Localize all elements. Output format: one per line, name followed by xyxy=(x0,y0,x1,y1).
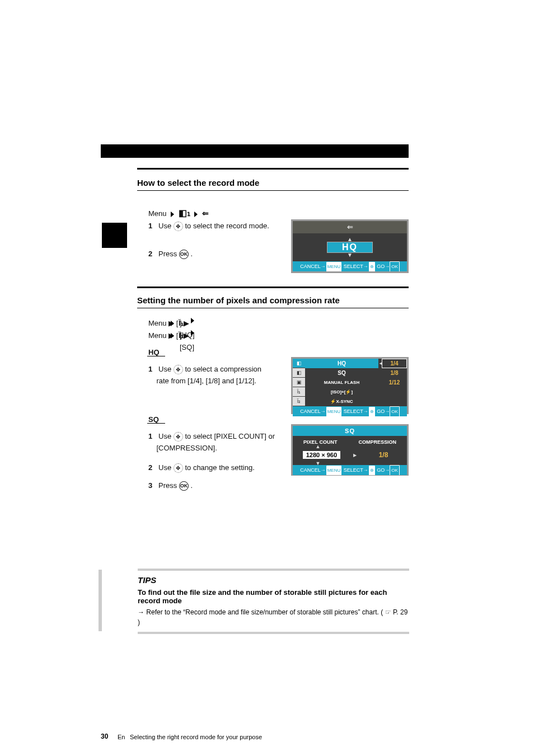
dpad-icon: ✥ xyxy=(174,365,183,374)
rule-thin xyxy=(137,190,409,191)
lcd-screen-hq-menu: ◧HQ◄1/4 ◧SQ1/8 ▣MANUAL FLASH1/12 Ĭ₁[ISO]… xyxy=(291,357,409,414)
hq-step1-c: rate from [1/4], [1/8] and [1/12]. xyxy=(156,377,256,385)
lcd-screen-record-mode: ⇐ ▲ HQ ▼ CANCEL→MENU SELECT→⊕ GO→OK xyxy=(291,219,409,273)
tips-side-marker xyxy=(99,570,102,631)
tips-box: TIPS To find out the file size and the n… xyxy=(138,569,409,634)
sq-step3: 3 Press OK . xyxy=(148,480,193,492)
foot-go: GO xyxy=(377,467,385,473)
menu-sq: SQ xyxy=(305,368,378,378)
section1-title: How to select the record mode xyxy=(137,178,259,187)
section1-menu-path: Menu ◧₁ ⇐ xyxy=(148,206,209,220)
rule-thin xyxy=(137,308,409,308)
step1-text-b: to select the record mode. xyxy=(185,222,269,230)
sq-step2-num: 2 xyxy=(148,463,152,472)
tab-custom2-icon: Ĭ₂ xyxy=(293,397,305,406)
menu-manual-flash: MANUAL FLASH xyxy=(305,378,378,387)
tab-play-icon: ▣ xyxy=(293,378,305,387)
lcd-screen-sq-settings: SQ PIXEL COUNT COMPRESSION ▲ 1280 × 960 … xyxy=(291,424,409,476)
sq-step1-num: 1 xyxy=(148,432,152,440)
hq-step1: 1 Use ✥ to select a compression rate fro… xyxy=(148,364,261,387)
dpad-icon: ⊕ xyxy=(369,407,375,416)
lcd-footer: CANCEL→MENU SELECT→⊕ GO→OK xyxy=(293,465,407,475)
tips-body: → Refer to the “Record mode and file siz… xyxy=(138,607,409,627)
dpad-icon: ⊕ xyxy=(369,262,375,271)
sq-step2: 2 Use ✥ to change the setting. xyxy=(148,462,255,474)
step2-number: 2 xyxy=(148,250,152,258)
chevron-right-icon xyxy=(171,212,174,217)
foot-menu-icon: MENU xyxy=(326,466,342,475)
section2-title: Setting the number of pixels and compres… xyxy=(137,295,340,305)
menu-iso-flash: [ISO]+[⚡] xyxy=(305,387,378,397)
menu-label: Menu xyxy=(148,209,167,218)
lcd1-selected-mode: HQ xyxy=(327,242,373,253)
compression-value: 1/8 xyxy=(370,450,397,459)
foot-go: GO xyxy=(377,264,385,269)
section2-menu-sq: Menu ▶ [ Ĭ₁ ] ▶ [SQ] xyxy=(148,330,178,342)
lcd3-title: SQ xyxy=(293,426,407,436)
camera-icon: ◧₁ xyxy=(179,208,190,218)
rule-thick xyxy=(137,287,409,288)
foot-select: SELECT xyxy=(344,467,363,473)
foot-go: GO xyxy=(377,408,385,414)
step1-text-a: Use xyxy=(158,222,174,230)
ok-button-icon: OK xyxy=(179,481,189,491)
hq-step1-b: to select a compression xyxy=(185,365,261,373)
lcd3-col-compression: COMPRESSION xyxy=(358,439,396,445)
foot-menu-icon: MENU xyxy=(326,262,342,271)
chevron-right-icon: ▶ xyxy=(353,453,357,458)
menu-sq-b: ] ▶ [SQ] xyxy=(180,330,194,354)
page-number: 30 xyxy=(101,732,108,740)
sq-step1-c: [COMPRESSION]. xyxy=(156,444,217,452)
dpad-icon: ✥ xyxy=(174,463,183,473)
hq-step1-a: Use xyxy=(158,365,174,373)
tips-subtitle: To find out the file size and the number… xyxy=(138,588,409,605)
step1: 1 Use ✥ to select the record mode. xyxy=(148,220,269,232)
menu-xsync: ⚡X-SYNC xyxy=(305,397,378,406)
foot-cancel: CANCEL xyxy=(300,467,321,473)
chevron-down-icon: ▼ xyxy=(347,253,353,257)
menu-hq: HQ xyxy=(305,359,378,368)
sq-step1: 1 Use ✥ to select [PIXEL COUNT] or [COMP… xyxy=(148,431,275,454)
foot-menu-icon: MENU xyxy=(326,407,342,416)
page-header-bar xyxy=(101,144,409,158)
tips-body-a: → Refer to the “Record mode and file siz… xyxy=(138,608,383,616)
record-mode-icon: ⇐ xyxy=(202,209,209,218)
hq-heading-text: HQ xyxy=(148,347,160,359)
tips-title: TIPS xyxy=(138,575,409,585)
chapter-tab xyxy=(102,223,127,248)
page-reference-icon: ☞ xyxy=(385,608,391,616)
tips-body-ref: P. 29 xyxy=(393,608,407,616)
foot-cancel: CANCEL xyxy=(300,408,321,414)
foot-ok-icon: OK xyxy=(390,261,400,271)
sq-step3-b: . xyxy=(191,481,193,490)
sq-step2-a: Use xyxy=(158,463,174,472)
sq-step1-b: to select [PIXEL COUNT] or xyxy=(185,432,275,440)
dpad-icon: ✥ xyxy=(174,222,183,231)
rule-thick xyxy=(137,168,409,170)
step1-number: 1 xyxy=(148,222,152,230)
foot-cancel: CANCEL xyxy=(300,264,321,269)
chevron-up-icon: ▲ xyxy=(347,237,353,242)
step2: 2 Press OK . xyxy=(148,248,193,260)
page-running-title: Selecting the right record mode for your… xyxy=(130,734,262,740)
sq-step3-num: 3 xyxy=(148,481,152,490)
sq-step3-a: Press xyxy=(158,481,179,490)
chevron-right-icon xyxy=(171,333,174,339)
tips-body-b: ) xyxy=(138,618,140,626)
section2-menu-hq: Menu ▶ [ Ĭ₁ ] ▶ [HQ] xyxy=(148,318,178,330)
sq-step2-b: to change the setting. xyxy=(185,463,254,472)
ok-button-icon: OK xyxy=(179,250,189,259)
dpad-icon: ⊕ xyxy=(369,466,375,475)
foot-select: SELECT xyxy=(344,408,363,414)
chevron-right-icon xyxy=(171,321,174,326)
dpad-icon: ✥ xyxy=(174,432,183,442)
val-1-12: 1/12 xyxy=(382,378,407,387)
tab-camera2-icon: ◧ xyxy=(293,368,305,378)
flash-icon: ⚡ xyxy=(330,399,336,404)
lcd-footer: CANCEL→MENU SELECT→⊕ GO→OK xyxy=(293,261,407,271)
lcd-footer: CANCEL→MENU SELECT→⊕ GO→OK xyxy=(293,406,407,416)
val-1-8: 1/8 xyxy=(382,368,407,378)
step2-text-b: . xyxy=(191,250,193,258)
record-mode-icon: ⇐ xyxy=(347,223,353,231)
chevron-right-icon xyxy=(194,212,198,217)
